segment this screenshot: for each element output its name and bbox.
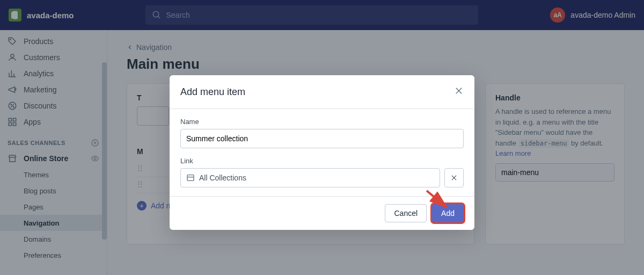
close-button[interactable]	[454, 85, 464, 99]
link-field-label: Link	[180, 157, 464, 165]
clear-link-button[interactable]	[444, 168, 464, 187]
cancel-button[interactable]: Cancel	[385, 204, 427, 222]
close-icon	[450, 174, 458, 182]
collection-icon	[186, 173, 195, 182]
add-button[interactable]: Add	[432, 204, 464, 222]
link-input[interactable]: All Collections	[180, 168, 440, 187]
add-menu-item-modal: Add menu item Name Link All Collections …	[170, 75, 474, 230]
close-icon	[454, 86, 464, 96]
name-field-label: Name	[180, 118, 464, 126]
modal-overlay[interactable]: Add menu item Name Link All Collections …	[0, 0, 644, 275]
modal-title: Add menu item	[180, 86, 245, 98]
svg-rect-19	[187, 175, 194, 181]
name-input[interactable]	[180, 129, 464, 148]
